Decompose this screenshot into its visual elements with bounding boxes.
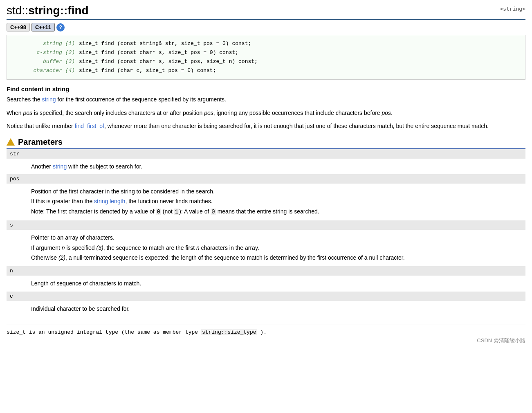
code-sig-character: size_t find (char c, size_t pos = 0) con…: [79, 66, 216, 75]
footer-note: size_t is an unsigned integral type (the…: [7, 325, 525, 335]
param-str-name-row: str: [7, 149, 525, 159]
string-ref: <string>: [500, 4, 525, 12]
param-pos-desc: Position of the first character in the s…: [7, 184, 525, 220]
tab-cpp11[interactable]: C++11: [31, 23, 55, 31]
code-label-buffer: buffer (3): [13, 57, 79, 66]
param-pos-name-row: pos: [7, 174, 525, 184]
code-label-character: character (4): [13, 66, 79, 75]
string-link-para1[interactable]: string: [42, 96, 56, 103]
code-box: string (1) size_t find (const string& st…: [7, 35, 525, 80]
code-sig-cstring: size_t find (const char* s, size_t pos =…: [79, 48, 238, 57]
find-first-of-link[interactable]: find_first_of: [75, 123, 104, 129]
section-title: Find content in string: [7, 85, 525, 92]
help-icon[interactable]: ?: [56, 23, 65, 31]
param-n-desc-row: Length of sequence of characters to matc…: [7, 276, 525, 291]
footer-inline-code: string::size_type: [201, 329, 257, 335]
description-para3: Notice that unlike member find_first_of,…: [7, 121, 525, 130]
code-row-character: character (4) size_t find (char c, size_…: [13, 66, 519, 75]
param-pos-desc-row: Position of the first character in the s…: [7, 184, 525, 220]
param-pos-name: pos: [7, 174, 525, 184]
footer-sizet: size_t: [7, 329, 26, 335]
page-title: std::string::find: [7, 4, 89, 17]
param-str-desc: Another string with the subject to searc…: [7, 159, 525, 174]
triangle-icon: [7, 138, 15, 146]
description-para2: When pos is specified, the search only i…: [7, 108, 525, 117]
description-block: Searches the string for the first occurr…: [7, 95, 525, 130]
code-sig-buffer: size_t find (const char* s, size_t pos, …: [79, 57, 258, 66]
code-row-string: string (1) size_t find (const string& st…: [13, 39, 519, 48]
param-n-desc: Length of sequence of characters to matc…: [7, 276, 525, 291]
code-row-buffer: buffer (3) size_t find (const char* s, s…: [13, 57, 519, 66]
param-c-desc: Individual character to be searched for.: [7, 301, 525, 316]
string-length-link[interactable]: string length: [94, 198, 125, 204]
param-s-desc: Pointer to an array of characters. If ar…: [7, 230, 525, 266]
footer-text-mid: is an unsigned integral type (the same a…: [29, 329, 201, 335]
string-link-str[interactable]: string: [53, 163, 67, 170]
code-sig-string: size_t find (const string& str, size_t p…: [79, 39, 251, 48]
footer-text-after: ).: [260, 329, 267, 335]
param-str-name: str: [7, 149, 525, 159]
param-table: str Another string with the subject to s…: [7, 149, 525, 317]
code-label-cstring: c-string (2): [13, 48, 79, 57]
parameters-header: Parameters: [7, 137, 525, 149]
code-label-string: string (1): [13, 39, 79, 48]
param-c-name-row: c: [7, 292, 525, 301]
param-str-desc-row: Another string with the subject to searc…: [7, 159, 525, 174]
param-s-name-row: s: [7, 220, 525, 230]
namespace-prefix: std::: [7, 4, 28, 17]
param-c-name: c: [7, 292, 525, 301]
param-s-name: s: [7, 220, 525, 230]
page-header: std::string::find <string>: [7, 4, 525, 20]
param-n-name-row: n: [7, 266, 525, 276]
parameters-title: Parameters: [18, 137, 63, 147]
watermark: CSDN @清隆绫小路: [7, 337, 525, 344]
tabs-bar: C++98 C++11 ?: [7, 23, 525, 31]
code-row-cstring: c-string (2) size_t find (const char* s,…: [13, 48, 519, 57]
tab-cpp98[interactable]: C++98: [7, 23, 30, 31]
param-c-desc-row: Individual character to be searched for.: [7, 301, 525, 316]
description-para1: Searches the string for the first occurr…: [7, 95, 525, 104]
param-s-desc-row: Pointer to an array of characters. If ar…: [7, 230, 525, 266]
param-n-name: n: [7, 266, 525, 276]
